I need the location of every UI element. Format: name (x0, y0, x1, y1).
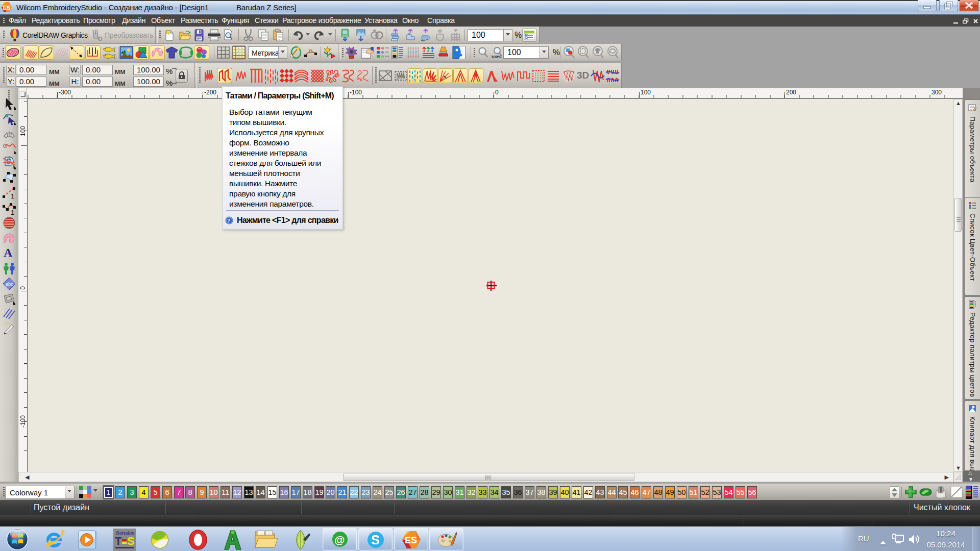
svg-text:T: T (115, 535, 122, 547)
svg-text:?: ? (228, 217, 231, 223)
svg-text:1: 1 (11, 209, 14, 215)
svg-text:S: S (127, 535, 135, 547)
svg-text:100%: 100% (491, 55, 501, 59)
svg-text:1: 1 (11, 192, 14, 199)
svg-text:S: S (371, 533, 380, 547)
svg-text:abc: abc (6, 282, 13, 287)
svg-text:ES: ES (405, 535, 417, 545)
svg-text:@: @ (334, 534, 345, 545)
svg-text:ES: ES (3, 5, 11, 11)
